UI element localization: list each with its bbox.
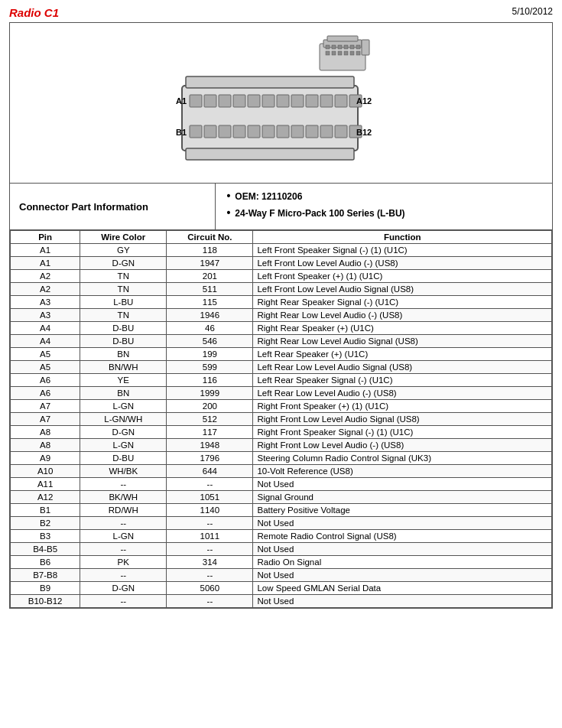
svg-rect-27 [306, 95, 318, 107]
svg-rect-13 [356, 51, 360, 55]
svg-rect-14 [327, 36, 358, 41]
cell-8-2: 199 [167, 348, 253, 361]
cell-12-0: A7 [11, 400, 80, 413]
cell-9-1: BN/WH [80, 361, 167, 374]
svg-rect-25 [277, 95, 289, 107]
cell-20-1: RD/WH [80, 504, 167, 517]
table-row: B4-B5----Not Used [11, 543, 552, 556]
oem-number: OEM: 12110206 [226, 190, 541, 202]
cell-6-2: 46 [167, 322, 253, 335]
table-row: A8L-GN1948Right Front Low Level Audio (-… [11, 439, 552, 452]
cell-2-2: 201 [167, 270, 253, 283]
cell-23-3: Not Used [253, 543, 552, 556]
svg-rect-24 [262, 95, 275, 107]
svg-rect-33 [219, 125, 231, 138]
cell-16-3: Steering Column Radio Control Signal (UK… [253, 452, 552, 465]
svg-rect-37 [277, 125, 289, 138]
cell-24-2: 314 [167, 556, 253, 569]
table-row: B9D-GN5060Low Speed GMLAN Serial Data [11, 582, 552, 595]
table-row: A7L-GN/WH512Right Front Low Level Audio … [11, 413, 552, 426]
cell-4-1: L-BU [80, 296, 167, 309]
table-row: B6PK314Radio On Signal [11, 556, 552, 569]
table-row: B1RD/WH1140Battery Positive Voltage [11, 504, 552, 517]
cell-12-3: Right Front Speaker (+) (1) (U1C) [253, 400, 552, 413]
svg-rect-11 [344, 51, 348, 55]
cell-27-3: Not Used [253, 595, 552, 608]
svg-rect-34 [233, 125, 245, 138]
cell-1-3: Left Front Low Level Audio (-) (US8) [253, 257, 552, 270]
cell-10-3: Left Rear Speaker Signal (-) (U1C) [253, 374, 552, 387]
cell-26-0: B9 [11, 582, 80, 595]
cell-11-3: Left Rear Low Level Audio (-) (US8) [253, 387, 552, 400]
svg-rect-6 [350, 45, 354, 49]
cell-5-1: TN [80, 309, 167, 322]
cell-7-1: D-BU [80, 335, 167, 348]
svg-rect-40 [320, 125, 333, 138]
svg-rect-38 [291, 125, 304, 138]
svg-rect-3 [332, 45, 336, 49]
table-row: A1GY118Left Front Speaker Signal (-) (1)… [11, 244, 552, 257]
svg-rect-26 [291, 95, 304, 107]
cell-2-3: Left Front Speaker (+) (1) (U1C) [253, 270, 552, 283]
svg-rect-29 [335, 95, 347, 107]
svg-rect-20 [204, 95, 216, 107]
cell-25-1: -- [80, 569, 167, 582]
svg-rect-15 [362, 40, 369, 55]
cell-17-3: 10-Volt Reference (US8) [253, 465, 552, 478]
cell-21-0: B2 [11, 517, 80, 530]
cell-26-2: 5060 [167, 582, 253, 595]
cell-12-1: L-GN [80, 400, 167, 413]
cell-22-2: 1011 [167, 530, 253, 543]
cell-12-2: 200 [167, 400, 253, 413]
col-pin: Pin [11, 231, 80, 244]
cell-4-3: Right Rear Speaker Signal (-) (U1C) [253, 296, 552, 309]
cell-15-1: L-GN [80, 439, 167, 452]
cell-24-1: PK [80, 556, 167, 569]
svg-rect-41 [335, 125, 347, 138]
table-row: A5BN/WH599Left Rear Low Level Audio Sign… [11, 361, 552, 374]
cell-3-3: Left Front Low Level Audio Signal (US8) [253, 283, 552, 296]
cell-27-1: -- [80, 595, 167, 608]
connector-details: OEM: 12110206 24-Way F Micro-Pack 100 Se… [216, 184, 552, 229]
table-row: A3L-BU115Right Rear Speaker Signal (-) (… [11, 296, 552, 309]
cell-17-0: A10 [11, 465, 80, 478]
svg-text:B1: B1 [176, 128, 187, 137]
cell-13-2: 512 [167, 413, 253, 426]
cell-5-0: A3 [11, 309, 80, 322]
cell-20-3: Battery Positive Voltage [253, 504, 552, 517]
table-row: A6BN1999Left Rear Low Level Audio (-) (U… [11, 387, 552, 400]
connector-svg: A1 A12 B1 B12 [136, 32, 427, 174]
table-row: B7-B8----Not Used [11, 569, 552, 582]
svg-rect-23 [248, 95, 260, 107]
page-title: Radio C1 [9, 6, 59, 19]
cell-15-0: A8 [11, 439, 80, 452]
col-circuit-no: Circuit No. [167, 231, 253, 244]
page-date: 5/10/2012 [512, 6, 553, 17]
svg-rect-12 [350, 51, 354, 55]
cell-23-1: -- [80, 543, 167, 556]
cell-5-3: Right Rear Low Level Audio (-) (US8) [253, 309, 552, 322]
cell-27-2: -- [167, 595, 253, 608]
cell-3-2: 511 [167, 283, 253, 296]
cell-16-1: D-BU [80, 452, 167, 465]
svg-rect-5 [344, 45, 348, 49]
cell-26-1: D-GN [80, 582, 167, 595]
svg-text:A1: A1 [176, 96, 187, 106]
cell-17-2: 644 [167, 465, 253, 478]
cell-8-3: Left Rear Speaker (+) (U1C) [253, 348, 552, 361]
cell-25-0: B7-B8 [11, 569, 80, 582]
cell-16-2: 1796 [167, 452, 253, 465]
cell-3-0: A2 [11, 283, 80, 296]
cell-6-0: A4 [11, 322, 80, 335]
cell-9-3: Left Rear Low Level Audio Signal (US8) [253, 361, 552, 374]
svg-rect-8 [326, 51, 330, 55]
cell-18-3: Not Used [253, 478, 552, 491]
cell-14-1: D-GN [80, 426, 167, 439]
cell-10-1: YE [80, 374, 167, 387]
cell-17-1: WH/BK [80, 465, 167, 478]
cell-21-2: -- [167, 517, 253, 530]
svg-rect-36 [262, 125, 275, 138]
cell-6-1: D-BU [80, 322, 167, 335]
cell-23-2: -- [167, 543, 253, 556]
cell-20-0: B1 [11, 504, 80, 517]
